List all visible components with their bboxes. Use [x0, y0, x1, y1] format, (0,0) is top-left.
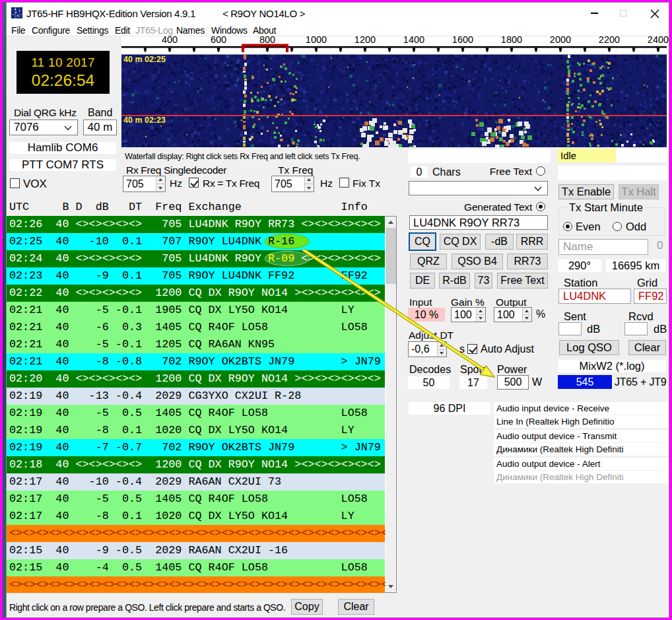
svg-text:40 m 02:23: 40 m 02:23: [123, 116, 166, 125]
svg-text:40 m 02:25: 40 m 02:25: [123, 55, 166, 64]
